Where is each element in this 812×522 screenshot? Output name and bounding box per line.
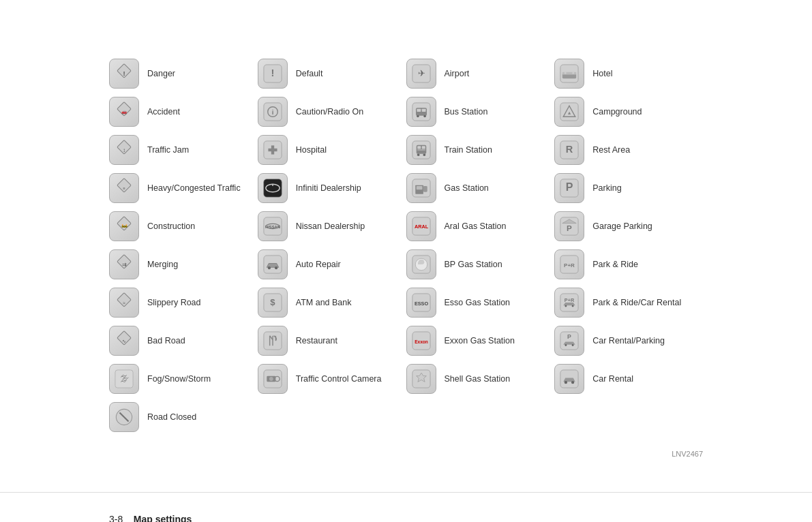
list-item: ↕ Traffic Jam: [109, 131, 258, 169]
auto-repair-icon: [258, 249, 288, 279]
svg-text:🚧: 🚧: [121, 224, 128, 230]
hotel-icon: [554, 59, 584, 89]
list-item: Bus Station: [406, 93, 555, 131]
park-ride-label: Park & Ride: [592, 259, 638, 270]
svg-point-35: [267, 266, 270, 269]
svg-rect-28: [264, 179, 282, 197]
car-rental-parking-icon: P: [554, 326, 584, 356]
svg-point-79: [565, 72, 567, 74]
slippery-icon: ≈: [109, 288, 139, 318]
svg-point-54: [417, 115, 419, 118]
atm-bank-label: ATM and Bank: [296, 297, 352, 308]
car-rental-parking-label: Car Rental/Parking: [592, 335, 665, 346]
svg-text:!: !: [123, 70, 125, 77]
aral-gas-label: Aral Gas Station: [445, 221, 507, 232]
svg-rect-58: [417, 146, 421, 149]
list-item: ✈ Airport: [406, 55, 555, 93]
list-item: $ ATM and Bank: [258, 283, 406, 322]
merging-label: Merging: [147, 259, 178, 270]
footer-section: 3-8 Map settings: [0, 492, 812, 522]
svg-text:▲: ▲: [567, 110, 572, 116]
restaurant-label: Restaurant: [296, 335, 337, 346]
construction-icon: 🚧: [109, 211, 139, 241]
train-station-icon: [406, 135, 436, 165]
svg-rect-66: [416, 186, 422, 189]
parking-icon: P: [554, 173, 584, 203]
svg-text:$: $: [270, 297, 275, 307]
svg-point-62: [423, 153, 425, 156]
bp-gas-icon: [406, 249, 436, 279]
reference-code: LNV2467: [672, 450, 703, 458]
exxon-gas-icon: Exxon: [406, 326, 436, 356]
infiniti-icon: [258, 173, 288, 203]
list-item: Train Station: [406, 131, 555, 169]
garage-parking-icon: P: [554, 211, 584, 241]
auto-repair-label: Auto Repair: [296, 259, 341, 270]
construction-label: Construction: [147, 221, 195, 232]
list-item: ARAL Aral Gas Station: [406, 207, 555, 245]
svg-point-95: [565, 305, 567, 307]
column-4: Hotel ▲ Campground R: [554, 55, 703, 436]
list-item: ≡ Heavy/Congested Traffic: [109, 169, 258, 207]
traffic-camera-label: Traffic Control Camera: [296, 373, 382, 384]
parking-label: Parking: [592, 183, 621, 194]
park-ride-rental-label: Park & Ride/Car Rental: [592, 297, 681, 308]
list-item: Traffic Control Camera: [258, 360, 406, 398]
svg-point-55: [423, 115, 426, 118]
esso-gas-icon: ESSO: [406, 288, 436, 318]
traffic-camera-icon: [258, 364, 288, 394]
list-item: P+R Park & Ride/Car Rental: [554, 283, 703, 322]
main-content: ! Danger 🚗 Accident: [0, 0, 812, 485]
column-2: ! Default i Caution/Radio On: [258, 55, 406, 436]
campground-label: Campground: [592, 106, 642, 117]
svg-text:!: !: [271, 67, 274, 78]
svg-text:⇉: ⇉: [122, 262, 127, 268]
svg-text:🌫: 🌫: [120, 373, 129, 384]
gas-station-icon: [406, 173, 436, 203]
svg-text:i: i: [271, 108, 273, 116]
svg-text:✈: ✈: [417, 68, 425, 78]
exxon-gas-label: Exxon Gas Station: [445, 335, 515, 346]
svg-text:↕: ↕: [123, 147, 125, 153]
accident-label: Accident: [147, 106, 180, 117]
campground-icon: ▲: [554, 97, 584, 127]
list-item: Restaurant: [258, 322, 406, 360]
list-item: ▲ Campground: [554, 93, 703, 131]
list-item: P+R Park & Ride: [554, 245, 703, 283]
list-item: NISSAN Nissan Dealership: [258, 207, 406, 245]
svg-text:ESSO: ESSO: [414, 301, 428, 307]
heavy-traffic-label: Heavy/Congested Traffic: [147, 183, 241, 194]
garage-parking-label: Garage Parking: [592, 221, 652, 232]
svg-text:P+R: P+R: [564, 262, 575, 268]
restaurant-icon: [258, 326, 288, 356]
list-item: Auto Repair: [258, 245, 406, 283]
list-item: ∿ Bad Road: [109, 322, 258, 360]
list-item: ⇉ Merging: [109, 245, 258, 283]
list-item: 🌫 Fog/Snow/Storm: [109, 360, 258, 398]
list-item: ESSO Esso Gas Station: [406, 283, 555, 322]
hotel-label: Hotel: [592, 68, 612, 79]
svg-text:≈: ≈: [123, 301, 125, 305]
rest-area-label: Rest Area: [592, 144, 630, 155]
infiniti-label: Infiniti Dealership: [296, 183, 361, 194]
svg-point-47: [269, 377, 273, 381]
nissan-label: Nissan Dealership: [296, 221, 365, 232]
svg-point-99: [565, 344, 567, 346]
bp-gas-label: BP Gas Station: [445, 259, 502, 270]
svg-text:P: P: [567, 333, 571, 340]
airport-label: Airport: [445, 68, 470, 79]
svg-text:P: P: [567, 224, 572, 232]
list-item: Hotel: [554, 55, 703, 93]
atm-bank-icon: $: [258, 288, 288, 318]
list-item: BP Gas Station: [406, 245, 555, 283]
fog-label: Fog/Snow/Storm: [147, 373, 211, 384]
footer-title: Map settings: [134, 514, 192, 522]
svg-text:ARAL: ARAL: [414, 224, 428, 230]
svg-point-96: [572, 305, 574, 307]
list-item: P Parking: [554, 169, 703, 207]
park-ride-icon: P+R: [554, 249, 584, 279]
fog-icon: 🌫: [109, 364, 139, 394]
list-item: Exxon Exxon Gas Station: [406, 322, 555, 360]
esso-gas-label: Esso Gas Station: [445, 297, 511, 308]
road-closed-label: Road Closed: [147, 412, 196, 423]
